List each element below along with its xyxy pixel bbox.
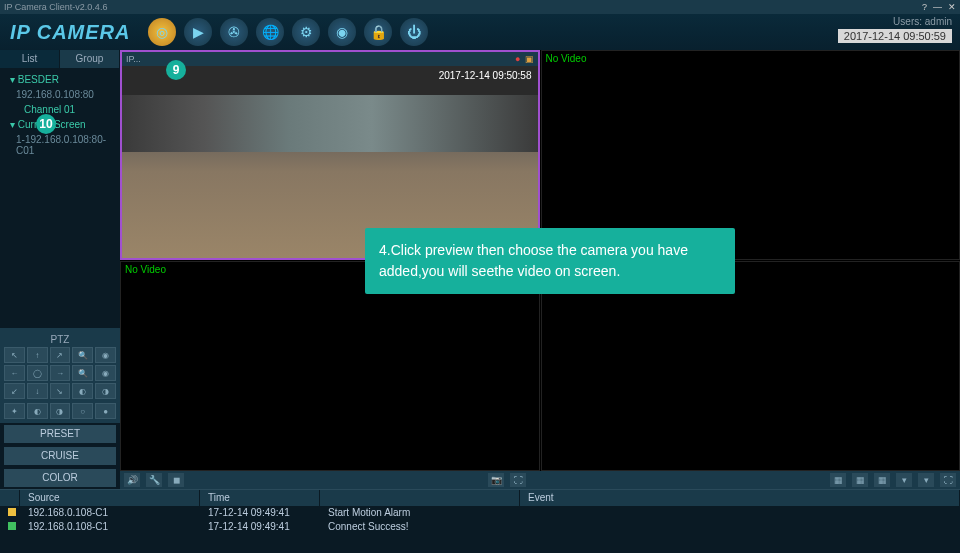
- tree-ip[interactable]: 192.168.0.108:80: [2, 87, 118, 102]
- dropdown-icon[interactable]: ▾: [896, 473, 912, 487]
- ptz-center[interactable]: ◯: [27, 365, 48, 381]
- expand-icon[interactable]: ⛶: [940, 473, 956, 487]
- ptz-title: PTZ: [4, 332, 116, 347]
- logo: IP CAMERA: [0, 21, 140, 44]
- tree-root[interactable]: ▾ BESDER: [2, 72, 118, 87]
- settings-icon[interactable]: ⚙: [292, 18, 320, 46]
- ptz-extra4[interactable]: ○: [72, 403, 93, 419]
- dropdown2-icon[interactable]: ▾: [918, 473, 934, 487]
- record-icon[interactable]: ✇: [220, 18, 248, 46]
- ptz-upright[interactable]: ↗: [50, 347, 71, 363]
- ptz-aux1[interactable]: ◉: [95, 347, 116, 363]
- log-table: Source Time Event 192.168.0.108-C1 17-12…: [0, 489, 960, 553]
- tree-channel[interactable]: Channel 01: [2, 102, 118, 117]
- video-timestamp: 2017-12-14 09:50:58: [439, 70, 532, 81]
- ptz-aux2[interactable]: ◉: [95, 365, 116, 381]
- device-tree: ▾ BESDER 192.168.0.108:80 Channel 01 ▾ C…: [0, 68, 120, 328]
- no-video-label: No Video: [125, 264, 166, 275]
- ptz-extra3[interactable]: ◑: [50, 403, 71, 419]
- col-desc: [320, 490, 520, 506]
- help-icon[interactable]: ?: [922, 2, 927, 12]
- web-icon[interactable]: 🌐: [256, 18, 284, 46]
- config-icon[interactable]: ◉: [328, 18, 356, 46]
- ptz-focus-in[interactable]: ◐: [72, 383, 93, 399]
- ptz-right[interactable]: →: [50, 365, 71, 381]
- minimize-icon[interactable]: —: [933, 2, 942, 12]
- badge-9: 9: [166, 60, 186, 80]
- cell-ip: IP...: [126, 54, 141, 64]
- clock: 2017-12-14 09:50:59: [838, 29, 952, 43]
- ptz-dnright[interactable]: ↘: [50, 383, 71, 399]
- stop-icon[interactable]: ◼: [168, 473, 184, 487]
- ptz-left[interactable]: ←: [4, 365, 25, 381]
- control-bar: 🔊 🔧 ◼ 📷 ⛶ ▦ ▦ ▦ ▾ ▾ ⛶: [120, 471, 960, 489]
- tree-screen-item[interactable]: 1-192.168.0.108:80-C01: [2, 132, 118, 158]
- col-source: Source: [20, 490, 200, 506]
- layout-1-icon[interactable]: ▦: [830, 473, 846, 487]
- header: IP CAMERA ◎ ▶ ✇ 🌐 ⚙ ◉ 🔒 ⏻ Users: admin 2…: [0, 14, 960, 50]
- users-label: Users: admin: [838, 16, 952, 27]
- ptz-up[interactable]: ↑: [27, 347, 48, 363]
- col-time: Time: [200, 490, 320, 506]
- ptz-focus-out[interactable]: ◑: [95, 383, 116, 399]
- ptz-upleft[interactable]: ↖: [4, 347, 25, 363]
- ptz-zoom-out[interactable]: 🔍: [72, 365, 93, 381]
- layout-3-icon[interactable]: ▦: [874, 473, 890, 487]
- ptz-zoom-in[interactable]: 🔍: [72, 347, 93, 363]
- sidebar: List Group ▾ BESDER 192.168.0.108:80 Cha…: [0, 50, 120, 489]
- tree-current[interactable]: ▾ Current Screen: [2, 117, 118, 132]
- preview-icon[interactable]: ◎: [148, 18, 176, 46]
- fullscreen-icon[interactable]: ⛶: [510, 473, 526, 487]
- rec-icon[interactable]: ●: [515, 54, 520, 64]
- ptz-panel: PTZ ↖ ↑ ↗ 🔍 ◉ ← ◯ → 🔍 ◉ ↙ ↓ ↘ ◐ ◑ ✦ ◐: [0, 328, 120, 423]
- ptz-extra1[interactable]: ✦: [4, 403, 25, 419]
- preset-button[interactable]: PRESET: [4, 425, 116, 443]
- ptz-extra2[interactable]: ◐: [27, 403, 48, 419]
- tool-icon[interactable]: 🔧: [146, 473, 162, 487]
- no-video-label: No Video: [546, 53, 587, 64]
- ok-icon: [8, 522, 16, 530]
- log-row[interactable]: 192.168.0.108-C1 17-12-14 09:49:41 Conne…: [0, 520, 960, 534]
- instruction-callout: 4.Click preview then choose the camera y…: [365, 228, 735, 294]
- close-icon[interactable]: ✕: [948, 2, 956, 12]
- audio-icon[interactable]: 🔊: [124, 473, 140, 487]
- ptz-extra5[interactable]: ●: [95, 403, 116, 419]
- cam-icon[interactable]: ▣: [525, 54, 534, 64]
- playback-icon[interactable]: ▶: [184, 18, 212, 46]
- col-event: Event: [520, 490, 960, 506]
- tab-list[interactable]: List: [0, 50, 60, 68]
- cruise-button[interactable]: CRUISE: [4, 447, 116, 465]
- titlebar: IP Camera Client-v2.0.4.6 ? — ✕: [0, 0, 960, 14]
- log-row[interactable]: 192.168.0.108-C1 17-12-14 09:49:41 Start…: [0, 506, 960, 520]
- app-title: IP Camera Client-v2.0.4.6: [4, 2, 107, 12]
- warn-icon: [8, 508, 16, 516]
- badge-10: 10: [36, 114, 56, 134]
- snap-icon[interactable]: 📷: [488, 473, 504, 487]
- color-button[interactable]: COLOR: [4, 469, 116, 487]
- lock-icon[interactable]: 🔒: [364, 18, 392, 46]
- ptz-down[interactable]: ↓: [27, 383, 48, 399]
- tab-group[interactable]: Group: [60, 50, 120, 68]
- power-icon[interactable]: ⏻: [400, 18, 428, 46]
- ptz-dnleft[interactable]: ↙: [4, 383, 25, 399]
- layout-2-icon[interactable]: ▦: [852, 473, 868, 487]
